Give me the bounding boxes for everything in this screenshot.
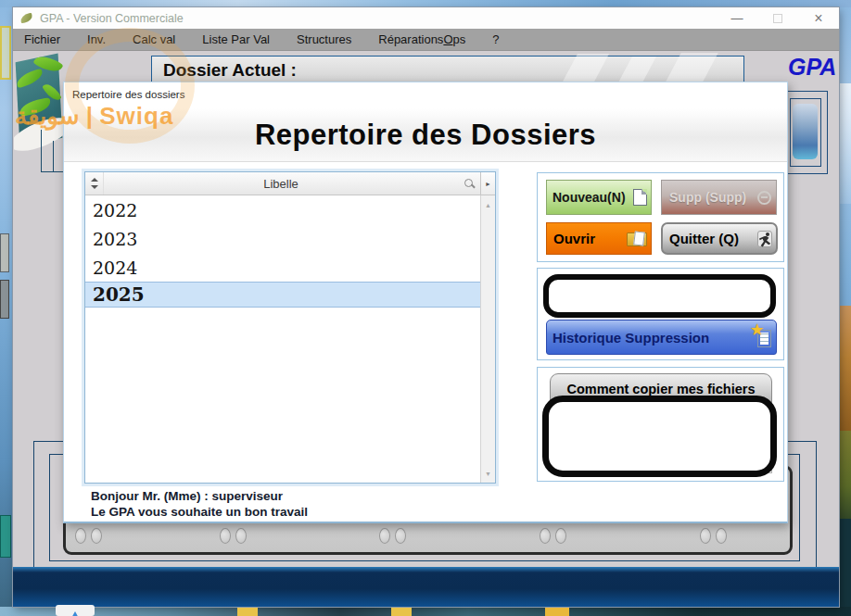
menu-structures[interactable]: Structures bbox=[297, 32, 351, 46]
star-icon: ★ bbox=[751, 321, 763, 338]
sort-cell[interactable] bbox=[85, 172, 104, 195]
grid-dots bbox=[700, 528, 728, 543]
greeting-text: Bonjour Mr. (Mme) : superviseur Le GPA v… bbox=[91, 488, 308, 520]
window-bottom-band bbox=[13, 567, 839, 607]
supp-label: Supp (Supp) bbox=[669, 190, 757, 205]
search-icon bbox=[464, 178, 475, 189]
list-item-2022[interactable]: 2022 bbox=[85, 195, 480, 224]
desktop-icon-triangle bbox=[70, 607, 80, 616]
desktop-hills bbox=[839, 431, 851, 523]
desktop-folder-icon[interactable] bbox=[391, 608, 412, 616]
window-controls: — × bbox=[717, 7, 839, 29]
desktop: GPA - Version Commerciale — × Fichier In… bbox=[0, 0, 851, 616]
desktop-folder-icon[interactable] bbox=[237, 608, 258, 616]
menu-reparations-pre: Réparations bbox=[378, 32, 443, 46]
dossier-actuel-label: Dossier Actuel : bbox=[163, 60, 297, 81]
sort-updown-icon bbox=[91, 178, 98, 189]
desktop-cloud bbox=[839, 83, 851, 204]
menu-calc-val[interactable]: Calc val bbox=[133, 32, 175, 46]
list-item-2024[interactable]: 2024 bbox=[85, 253, 480, 282]
dialog-title: Repertoire des Dossiers bbox=[255, 119, 596, 152]
maximize-button[interactable] bbox=[757, 7, 798, 29]
titlebar: GPA - Version Commerciale — × bbox=[13, 7, 839, 29]
menu-help[interactable]: ? bbox=[492, 32, 499, 46]
list-body: 2022 2023 2024 2025 bbox=[85, 195, 480, 483]
desktop-bottom-strip bbox=[0, 607, 851, 616]
window-title: GPA - Version Commerciale bbox=[40, 12, 184, 25]
historique-suppression-button[interactable]: Historique Suppression ★ bbox=[546, 320, 777, 355]
greeting-line1: Bonjour Mr. (Mme) : superviseur bbox=[91, 488, 308, 504]
menu-reparations-ops[interactable]: RéparationsOps bbox=[378, 32, 465, 46]
quitter-button[interactable]: Quitter (Q) bbox=[661, 222, 778, 255]
greeting-line2: Le GPA vous souhaite un bon travail bbox=[91, 504, 308, 520]
exit-runner-icon bbox=[757, 231, 772, 247]
scroll-down-icon[interactable]: ▼ bbox=[481, 466, 495, 481]
search-cell[interactable] bbox=[458, 172, 480, 195]
redaction-box bbox=[542, 396, 777, 477]
menu-inv[interactable]: Inv. bbox=[87, 32, 106, 46]
list-column-header[interactable]: Libelle bbox=[104, 172, 458, 195]
desktop-sea bbox=[839, 519, 851, 616]
desktop-top-strip bbox=[0, 0, 851, 7]
minimize-button[interactable]: — bbox=[717, 7, 757, 29]
grid-dots bbox=[75, 528, 103, 543]
grid-dots bbox=[540, 528, 567, 543]
history-panel: Historique Suppression ★ bbox=[537, 268, 784, 360]
close-button[interactable]: × bbox=[798, 7, 839, 29]
menubar: Fichier Inv. Calc val Liste Par Val Stru… bbox=[13, 29, 839, 51]
dialog-tab-label: Repertoire des dossiers bbox=[72, 89, 184, 100]
list-scrollbar[interactable]: ▲ ▼ bbox=[480, 195, 495, 483]
main-client-area: Dossier Actuel : GPA Repe bbox=[13, 51, 839, 607]
redaction-box bbox=[543, 274, 776, 318]
dialog-heading-band: Repertoire des Dossiers bbox=[64, 108, 787, 162]
background-button-icon bbox=[793, 104, 818, 159]
menu-reparations-underline: O bbox=[443, 32, 452, 46]
desktop-icon-partial[interactable] bbox=[0, 26, 11, 80]
desktop-icon-partial[interactable] bbox=[0, 280, 9, 319]
nouveau-label: Nouveau(N) bbox=[553, 190, 633, 205]
nouveau-button[interactable]: Nouveau(N) bbox=[546, 180, 652, 215]
app-leaf-icon bbox=[19, 13, 33, 24]
open-folder-icon bbox=[627, 232, 646, 246]
grid-dots bbox=[379, 528, 407, 543]
desktop-folder-icon[interactable] bbox=[545, 608, 569, 616]
supp-button-disabled[interactable]: Supp (Supp) bbox=[661, 180, 777, 215]
desktop-icon-partial[interactable] bbox=[0, 233, 9, 272]
new-page-icon bbox=[633, 189, 647, 206]
copy-help-panel: Comment copier mes fichiers bbox=[537, 367, 784, 482]
list-header[interactable]: Libelle ► bbox=[85, 172, 495, 195]
expand-column-cell[interactable]: ► bbox=[480, 172, 495, 195]
actions-panel: Nouveau(N) Supp (Supp) Ouvrir Quitter (Q… bbox=[537, 172, 784, 262]
history-doc-star-icon: ★ bbox=[754, 327, 771, 347]
dossier-list: Libelle ► 2022 2023 2024 2025 ▲ ▼ bbox=[84, 171, 496, 484]
grid-dots bbox=[220, 528, 248, 543]
circle-minus-icon bbox=[757, 191, 771, 205]
maximize-icon bbox=[773, 14, 782, 23]
historique-label: Historique Suppression bbox=[553, 330, 754, 346]
desktop-icon-partial[interactable] bbox=[0, 515, 11, 558]
list-item-2025-selected[interactable]: 2025 bbox=[85, 282, 480, 308]
ouvrir-button[interactable]: Ouvrir bbox=[546, 222, 652, 255]
quitter-label: Quitter (Q) bbox=[669, 231, 757, 246]
comment-label: Comment copier mes fichiers bbox=[566, 382, 755, 396]
list-item-2023[interactable]: 2023 bbox=[85, 224, 480, 253]
menu-fichier[interactable]: Fichier bbox=[24, 32, 60, 46]
menu-reparations-post: ps bbox=[453, 32, 466, 46]
repertoire-dialog: Repertoire des dossiers Repertoire des D… bbox=[63, 82, 788, 523]
gpa-logo-text: GPA bbox=[788, 54, 839, 82]
menu-liste-par-val[interactable]: Liste Par Val bbox=[202, 32, 270, 46]
scroll-up-icon[interactable]: ▲ bbox=[481, 197, 495, 212]
ouvrir-label: Ouvrir bbox=[553, 231, 627, 246]
app-window: GPA - Version Commerciale — × Fichier In… bbox=[13, 7, 839, 607]
desktop-mountain bbox=[839, 306, 851, 435]
dossier-actuel-field: Dossier Actuel : bbox=[151, 56, 744, 84]
